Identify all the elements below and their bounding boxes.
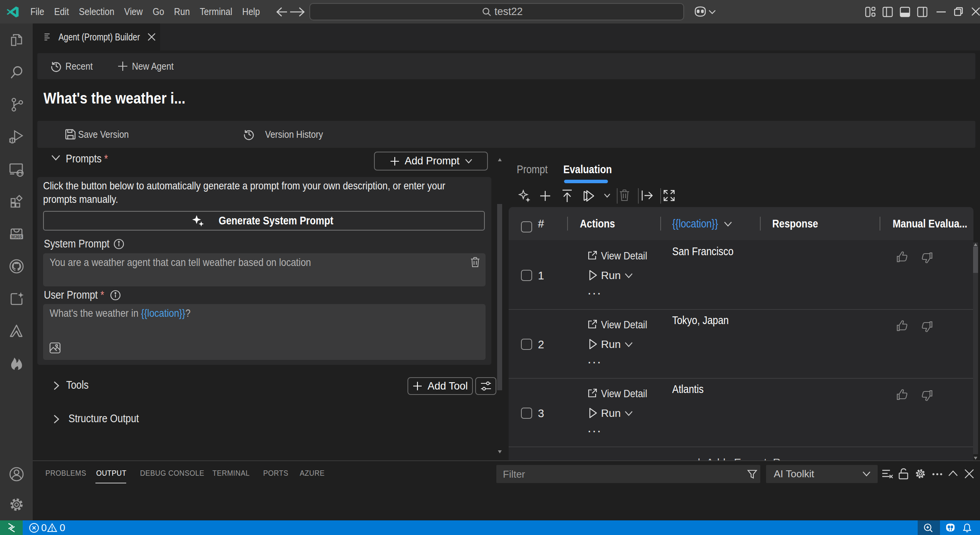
svg-text:M365: M365	[11, 234, 22, 239]
